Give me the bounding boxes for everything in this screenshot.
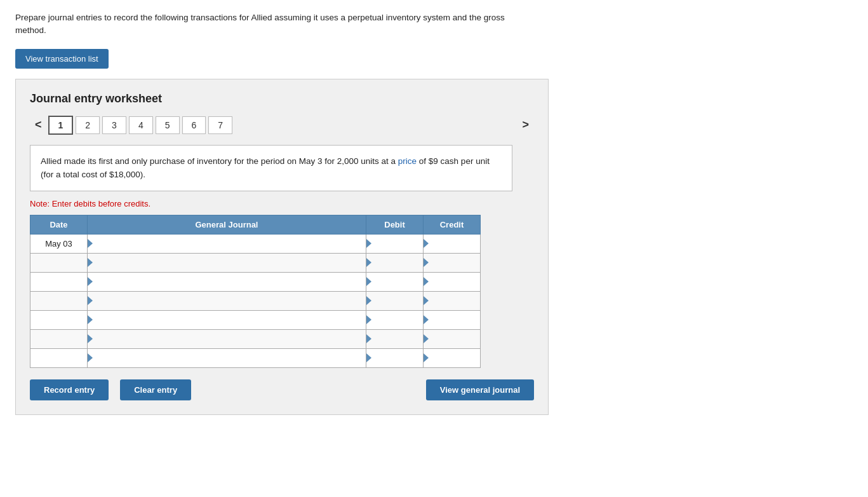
record-entry-button[interactable]: Record entry — [30, 379, 109, 400]
table-row — [30, 253, 481, 272]
tab-5[interactable]: 5 — [156, 116, 180, 134]
journal-input-7[interactable] — [88, 349, 366, 367]
credit-input-2[interactable] — [424, 254, 480, 272]
debit-input-3[interactable] — [366, 273, 423, 291]
credit-cell-6[interactable] — [424, 329, 481, 348]
debit-cell-1[interactable] — [366, 234, 424, 253]
journal-table: Date General Journal Debit Credit May 03 — [30, 215, 481, 368]
date-cell-1: May 03 — [30, 234, 88, 253]
journal-cell-4[interactable] — [88, 291, 366, 310]
clear-entry-button[interactable]: Clear entry — [120, 379, 191, 400]
journal-input-5[interactable] — [88, 311, 366, 329]
table-row — [30, 291, 481, 310]
credit-input-7[interactable] — [424, 349, 480, 367]
credit-input-3[interactable] — [424, 273, 480, 291]
debit-cell-6[interactable] — [366, 329, 424, 348]
tab-next-button[interactable]: > — [517, 116, 534, 134]
tab-1[interactable]: 1 — [48, 116, 74, 135]
table-row: May 03 — [30, 234, 481, 253]
credit-cell-4[interactable] — [424, 291, 481, 310]
debit-cell-2[interactable] — [366, 253, 424, 272]
action-buttons: Record entry Clear entry View general jo… — [30, 379, 534, 400]
credit-cell-7[interactable] — [424, 348, 481, 367]
journal-input-4[interactable] — [88, 292, 366, 310]
tab-4[interactable]: 4 — [129, 116, 153, 134]
date-cell-7 — [30, 348, 88, 367]
scenario-highlight-price: price — [398, 156, 417, 166]
view-transaction-list-button[interactable]: View transaction list — [15, 49, 109, 69]
table-row — [30, 272, 481, 291]
journal-input-1[interactable] — [88, 235, 366, 253]
worksheet-title: Journal entry worksheet — [30, 92, 534, 106]
journal-input-3[interactable] — [88, 273, 366, 291]
credit-cell-5[interactable] — [424, 310, 481, 329]
table-row — [30, 348, 481, 367]
col-header-journal: General Journal — [88, 215, 366, 234]
note-text: Note: Enter debits before credits. — [30, 199, 534, 208]
tab-3[interactable]: 3 — [102, 116, 126, 134]
tab-2[interactable]: 2 — [76, 116, 100, 134]
date-cell-5 — [30, 310, 88, 329]
tab-7[interactable]: 7 — [208, 116, 232, 134]
debit-input-4[interactable] — [366, 292, 423, 310]
col-header-debit: Debit — [366, 215, 424, 234]
credit-cell-1[interactable] — [424, 234, 481, 253]
credit-input-1[interactable] — [424, 235, 480, 253]
credit-input-4[interactable] — [424, 292, 480, 310]
journal-input-2[interactable] — [88, 254, 366, 272]
worksheet-container: Journal entry worksheet < 1 2 3 4 5 6 7 … — [15, 79, 549, 415]
view-general-journal-button[interactable]: View general journal — [426, 379, 534, 400]
debit-input-1[interactable] — [366, 235, 423, 253]
debit-input-5[interactable] — [366, 311, 423, 329]
col-header-date: Date — [30, 215, 88, 234]
journal-cell-6[interactable] — [88, 329, 366, 348]
date-cell-6 — [30, 329, 88, 348]
credit-input-6[interactable] — [424, 330, 480, 348]
date-cell-4 — [30, 291, 88, 310]
credit-cell-3[interactable] — [424, 272, 481, 291]
debit-input-2[interactable] — [366, 254, 423, 272]
journal-input-6[interactable] — [88, 330, 366, 348]
credit-input-5[interactable] — [424, 311, 480, 329]
journal-cell-3[interactable] — [88, 272, 366, 291]
date-cell-3 — [30, 272, 88, 291]
debit-cell-7[interactable] — [366, 348, 424, 367]
debit-cell-3[interactable] — [366, 272, 424, 291]
tab-6[interactable]: 6 — [182, 116, 206, 134]
journal-cell-2[interactable] — [88, 253, 366, 272]
journal-cell-7[interactable] — [88, 348, 366, 367]
scenario-box: Allied made its first and only purchase … — [30, 145, 512, 191]
col-header-credit: Credit — [424, 215, 481, 234]
table-row — [30, 310, 481, 329]
tabs-row: < 1 2 3 4 5 6 7 > — [30, 116, 534, 135]
debit-cell-5[interactable] — [366, 310, 424, 329]
debit-cell-4[interactable] — [366, 291, 424, 310]
journal-cell-5[interactable] — [88, 310, 366, 329]
tab-prev-button[interactable]: < — [30, 116, 47, 134]
credit-cell-2[interactable] — [424, 253, 481, 272]
table-row — [30, 329, 481, 348]
debit-input-6[interactable] — [366, 330, 423, 348]
journal-cell-1[interactable] — [88, 234, 366, 253]
debit-input-7[interactable] — [366, 349, 423, 367]
intro-text: Prepare journal entries to record the fo… — [15, 11, 587, 37]
date-cell-2 — [30, 253, 88, 272]
